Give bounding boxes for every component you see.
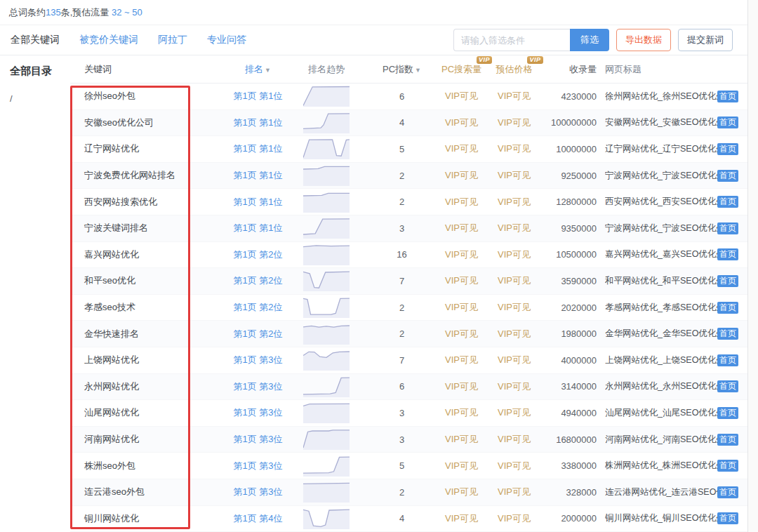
rank-link[interactable]: 第1页 第1位 — [228, 169, 288, 182]
rank-link[interactable]: 第1页 第3位 — [228, 486, 288, 498]
rank-link[interactable]: 第1页 第1位 — [228, 117, 288, 129]
keyword-cell[interactable]: 嘉兴网站优化 — [70, 248, 228, 261]
est-price-vip-value[interactable]: VIP可见 — [484, 90, 544, 102]
tab-aladdin[interactable]: 阿拉丁 — [158, 34, 187, 46]
keyword-cell[interactable]: 铜川网站优化 — [70, 512, 228, 525]
pc-search-vip-value[interactable]: VIP可见 — [439, 380, 484, 393]
rank-link[interactable]: 第1页 第3位 — [228, 354, 288, 366]
rank-link[interactable]: 第1页 第3位 — [228, 406, 288, 419]
home-badge[interactable]: 首页 — [717, 328, 738, 340]
table-row: 金华快速排名 第1页 第2位 2 VIP可见 VIP可见 1980000 金华网… — [70, 321, 758, 347]
pc-search-vip-value[interactable]: VIP可见 — [439, 274, 484, 287]
header-pc-index-sort[interactable]: PC指数▼ — [365, 63, 439, 76]
keyword-cell[interactable]: 汕尾网站优化 — [70, 406, 228, 419]
pc-search-vip-value[interactable]: VIP可见 — [439, 196, 484, 208]
pc-search-vip-value[interactable]: VIP可见 — [439, 142, 484, 155]
pc-search-vip-value[interactable]: VIP可见 — [439, 433, 484, 446]
tab-professional-qa[interactable]: 专业问答 — [207, 34, 246, 46]
home-badge[interactable]: 首页 — [717, 460, 738, 472]
rank-link[interactable]: 第1页 第3位 — [228, 433, 288, 446]
est-price-vip-value[interactable]: VIP可见 — [484, 486, 544, 498]
keyword-cell[interactable]: 徐州seo外包 — [70, 90, 228, 102]
est-price-vip-value[interactable]: VIP可见 — [484, 354, 544, 366]
home-badge[interactable]: 首页 — [717, 380, 738, 392]
keyword-cell[interactable]: 上饶网站优化 — [70, 354, 228, 366]
header-rank-sort[interactable]: 排名▼ — [228, 63, 288, 76]
keyword-cell[interactable]: 河南网站优化 — [70, 433, 228, 446]
volume-value: 9250000 — [544, 171, 597, 181]
home-badge[interactable]: 首页 — [717, 407, 738, 419]
rank-link[interactable]: 第1页 第4位 — [228, 512, 288, 525]
est-price-vip-value[interactable]: VIP可见 — [484, 222, 544, 234]
keyword-cell[interactable]: 金华快速排名 — [70, 328, 228, 340]
rank-link[interactable]: 第1页 第2位 — [228, 328, 288, 340]
keyword-cell[interactable]: 辽宁网站优化 — [70, 142, 228, 155]
rank-link[interactable]: 第1页 第1位 — [228, 90, 288, 102]
home-badge[interactable]: 首页 — [717, 434, 738, 446]
trend-sparkline — [303, 86, 350, 107]
est-price-vip-value[interactable]: VIP可见 — [484, 117, 544, 129]
home-badge[interactable]: 首页 — [717, 143, 738, 155]
est-price-vip-value[interactable]: VIP可见 — [484, 433, 544, 446]
est-price-vip-value[interactable]: VIP可见 — [484, 142, 544, 155]
pc-search-vip-value[interactable]: VIP可见 — [439, 486, 484, 498]
keyword-cell[interactable]: 西安网站搜索优化 — [70, 196, 228, 208]
pc-search-vip-value[interactable]: VIP可见 — [439, 301, 484, 314]
rank-link[interactable]: 第1页 第2位 — [228, 274, 288, 287]
est-price-vip-value[interactable]: VIP可见 — [484, 380, 544, 393]
pc-search-vip-value[interactable]: VIP可见 — [439, 248, 484, 261]
filter-input[interactable] — [453, 29, 570, 51]
est-price-vip-value[interactable]: VIP可见 — [484, 460, 544, 472]
home-badge[interactable]: 首页 — [717, 486, 738, 498]
est-price-vip-value[interactable]: VIP可见 — [484, 512, 544, 525]
rank-link[interactable]: 第1页 第1位 — [228, 196, 288, 208]
keyword-cell[interactable]: 和平seo优化 — [70, 274, 228, 287]
rank-link[interactable]: 第1页 第1位 — [228, 142, 288, 155]
est-price-vip-value[interactable]: VIP可见 — [484, 169, 544, 182]
pc-search-vip-value[interactable]: VIP可见 — [439, 117, 484, 129]
pc-search-vip-value[interactable]: VIP可见 — [439, 169, 484, 182]
home-badge[interactable]: 首页 — [717, 222, 738, 234]
keyword-cell[interactable]: 永州网站优化 — [70, 380, 228, 393]
rank-link[interactable]: 第1页 第3位 — [228, 460, 288, 472]
pc-search-vip-value[interactable]: VIP可见 — [439, 354, 484, 366]
est-price-vip-value[interactable]: VIP可见 — [484, 301, 544, 314]
export-data-button[interactable]: 导出数据 — [616, 29, 671, 51]
tab-bid-keywords[interactable]: 被竞价关键词 — [79, 34, 138, 46]
est-price-vip-value[interactable]: VIP可见 — [484, 274, 544, 287]
home-badge[interactable]: 首页 — [717, 248, 738, 260]
keyword-cell[interactable]: 连云港seo外包 — [70, 486, 228, 498]
home-badge[interactable]: 首页 — [717, 275, 738, 287]
est-price-vip-value[interactable]: VIP可见 — [484, 328, 544, 340]
pc-search-vip-value[interactable]: VIP可见 — [439, 90, 484, 102]
home-badge[interactable]: 首页 — [717, 512, 738, 524]
home-badge[interactable]: 首页 — [717, 302, 738, 314]
home-badge[interactable]: 首页 — [717, 196, 738, 208]
submit-new-words-button[interactable]: 提交新词 — [678, 29, 733, 51]
scrollbar-track[interactable] — [747, 0, 758, 532]
pc-search-vip-value[interactable]: VIP可见 — [439, 328, 484, 340]
keyword-cell[interactable]: 宁波关键词排名 — [70, 222, 228, 234]
rank-link[interactable]: 第1页 第3位 — [228, 380, 288, 393]
pc-search-vip-value[interactable]: VIP可见 — [439, 222, 484, 234]
keyword-cell[interactable]: 安徽seo优化公司 — [70, 117, 228, 129]
keyword-cell[interactable]: 孝感seo技术 — [70, 301, 228, 314]
home-badge[interactable]: 首页 — [717, 170, 738, 182]
pc-search-vip-value[interactable]: VIP可见 — [439, 512, 484, 525]
home-badge[interactable]: 首页 — [717, 117, 738, 128]
directory-item-root[interactable]: / — [10, 93, 70, 104]
keyword-cell[interactable]: 宁波免费优化网站排名 — [70, 169, 228, 182]
est-price-vip-value[interactable]: VIP可见 — [484, 248, 544, 261]
pc-search-vip-value[interactable]: VIP可见 — [439, 406, 484, 419]
est-price-vip-value[interactable]: VIP可见 — [484, 406, 544, 419]
filter-button[interactable]: 筛选 — [570, 29, 609, 51]
est-price-vip-value[interactable]: VIP可见 — [484, 196, 544, 208]
rank-link[interactable]: 第1页 第2位 — [228, 301, 288, 314]
keyword-cell[interactable]: 株洲seo外包 — [70, 460, 228, 472]
rank-link[interactable]: 第1页 第1位 — [228, 222, 288, 234]
rank-link[interactable]: 第1页 第2位 — [228, 248, 288, 261]
tab-all-keywords[interactable]: 全部关键词 — [11, 34, 60, 46]
home-badge[interactable]: 首页 — [717, 354, 738, 366]
home-badge[interactable]: 首页 — [717, 91, 738, 102]
pc-search-vip-value[interactable]: VIP可见 — [439, 460, 484, 472]
